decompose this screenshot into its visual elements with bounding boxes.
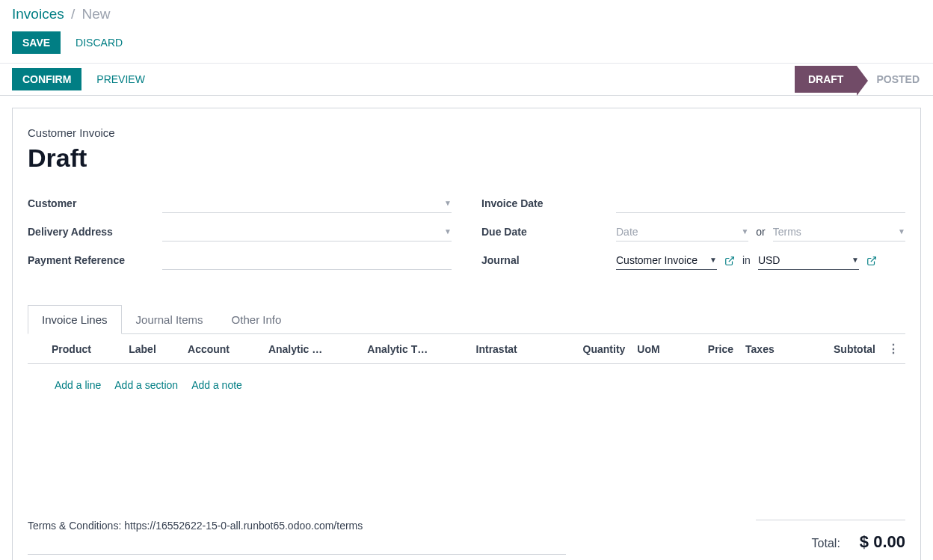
total-label: Total: xyxy=(812,537,840,550)
invoice-date-input[interactable] xyxy=(616,194,905,213)
col-price: Price xyxy=(683,334,739,364)
external-link-icon[interactable] xyxy=(724,254,735,266)
col-account: Account xyxy=(182,334,262,364)
tab-journal-items[interactable]: Journal Items xyxy=(122,305,218,334)
breadcrumb-current: New xyxy=(82,6,111,22)
payment-reference-input[interactable] xyxy=(162,250,452,270)
external-link-icon[interactable] xyxy=(866,254,877,266)
invoice-date-label: Invoice Date xyxy=(481,197,616,209)
svg-line-0 xyxy=(729,257,733,262)
col-uom: UoM xyxy=(631,334,683,364)
payment-reference-label: Payment Reference xyxy=(28,254,162,266)
col-label: Label xyxy=(123,334,182,364)
more-options-icon[interactable]: ⋮ xyxy=(887,342,899,355)
col-analytic-tags: Analytic T… xyxy=(361,334,469,364)
terms-conditions[interactable]: Terms & Conditions: https://16552622-15-… xyxy=(28,520,566,555)
add-note-link[interactable]: Add a note xyxy=(191,379,242,391)
col-quantity: Quantity xyxy=(549,334,631,364)
customer-input[interactable]: ▼ xyxy=(162,194,452,213)
save-button[interactable]: SAVE xyxy=(12,31,61,54)
chevron-down-icon: ▼ xyxy=(852,256,859,264)
title-label: Customer Invoice xyxy=(28,126,905,139)
tab-invoice-lines[interactable]: Invoice Lines xyxy=(28,305,122,334)
add-section-link[interactable]: Add a section xyxy=(114,379,178,391)
col-subtotal: Subtotal xyxy=(801,334,881,364)
tab-other-info[interactable]: Other Info xyxy=(218,305,296,334)
delivery-address-label: Delivery Address xyxy=(28,226,162,238)
journal-label: Journal xyxy=(481,254,616,266)
status-draft[interactable]: DRAFT xyxy=(795,66,857,93)
col-taxes: Taxes xyxy=(739,334,801,364)
breadcrumb: Invoices / New xyxy=(12,6,921,22)
chevron-down-icon: ▼ xyxy=(444,199,452,207)
in-label: in xyxy=(742,254,751,266)
journal-input[interactable]: Customer Invoice ▼ xyxy=(616,250,717,270)
due-date-input[interactable]: Date ▼ xyxy=(616,222,748,241)
chevron-down-icon: ▼ xyxy=(741,227,748,236)
col-analytic-account: Analytic … xyxy=(262,334,361,364)
delivery-address-input[interactable]: ▼ xyxy=(162,222,452,241)
svg-line-1 xyxy=(871,257,875,262)
col-intrastat: Intrastat xyxy=(470,334,550,364)
chevron-down-icon: ▼ xyxy=(444,227,452,236)
customer-label: Customer xyxy=(28,197,162,209)
chevron-down-icon: ▼ xyxy=(709,256,717,264)
preview-button[interactable]: PREVIEW xyxy=(90,68,151,90)
confirm-button[interactable]: CONFIRM xyxy=(12,68,81,90)
or-label: or xyxy=(756,226,765,238)
terms-input[interactable]: Terms ▼ xyxy=(773,222,905,241)
due-date-label: Due Date xyxy=(481,226,616,238)
breadcrumb-root[interactable]: Invoices xyxy=(12,6,64,22)
total-value: $ 0.00 xyxy=(860,532,905,552)
chevron-down-icon: ▼ xyxy=(898,227,905,236)
add-line-link[interactable]: Add a line xyxy=(55,379,101,391)
status-bar: DRAFT POSTED xyxy=(795,66,933,93)
col-product: Product xyxy=(46,334,123,364)
breadcrumb-separator: / xyxy=(71,6,75,22)
status-posted[interactable]: POSTED xyxy=(857,66,933,93)
currency-input[interactable]: USD ▼ xyxy=(758,250,859,270)
discard-button[interactable]: DISCARD xyxy=(70,31,129,54)
page-title: Draft xyxy=(28,144,905,173)
